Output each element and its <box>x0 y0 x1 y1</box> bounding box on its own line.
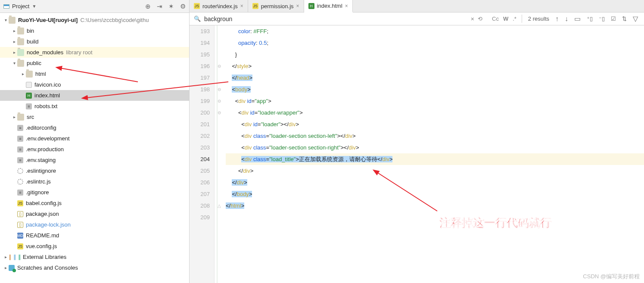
fold-strip[interactable]: ⊖ ⊖⊖⊖ △ <box>215 25 224 283</box>
tree-item[interactable]: ▸JSbabel.config.js <box>0 198 189 208</box>
clear-search-icon[interactable]: × <box>471 16 474 22</box>
annotation-text: 注释掉这一行代码就行 <box>439 215 551 230</box>
tree-item[interactable]: ▸JSvue.config.js <box>0 241 189 252</box>
tree-item[interactable]: ▸bin <box>0 25 189 36</box>
project-title[interactable]: Project <box>12 3 29 9</box>
gear-icon[interactable]: ⚙ <box>180 3 186 10</box>
tree-item[interactable]: ▸≡.env.development <box>0 133 189 144</box>
select-all-icon[interactable]: ▭ <box>574 15 581 23</box>
watermark: CSDN @编写美好前程 <box>583 273 640 280</box>
tree-item[interactable]: ▸.eslintrc.js <box>0 176 189 187</box>
tree-item[interactable]: ▸node_moduleslibrary root <box>0 47 189 58</box>
tree-item[interactable]: ▸MDREADME.md <box>0 230 189 241</box>
project-toolbar: ⊕ ⇥ ✶ ⚙ <box>145 3 186 10</box>
add-selection-icon[interactable]: ⁺▯ <box>587 16 593 22</box>
tree-item[interactable]: ▸≡.env.staging <box>0 155 189 165</box>
whole-word-toggle[interactable]: W <box>503 16 508 22</box>
tree-item[interactable]: ▸src <box>0 112 189 122</box>
editor-tab[interactable]: Hindex.html× <box>304 0 353 12</box>
tree-item[interactable]: ▸≡.editorconfig <box>0 122 189 133</box>
search-results-count: 2 results <box>528 16 549 22</box>
tree-item[interactable]: ▾public <box>0 58 189 68</box>
code-content[interactable]: color: #FFF; opacity: 0.5; } </style> </… <box>224 25 644 283</box>
tree-item[interactable]: ▸≡.env.production <box>0 144 189 155</box>
filter-icon[interactable]: ▽ <box>633 15 638 23</box>
editor-tab[interactable]: JSrouter\index.js× <box>190 0 248 12</box>
editor-area: JSrouter\index.js×JSpermission.js×Hindex… <box>190 0 644 283</box>
close-tab-icon[interactable]: × <box>296 3 299 9</box>
project-tree[interactable]: ▾RuoYi-Vue-UI [ruoyi-ui]C:\Users\zccbbg\… <box>0 13 189 283</box>
external-libraries[interactable]: ▸∥∥∥ External Libraries <box>0 252 189 262</box>
editor-tab[interactable]: JSpermission.js× <box>248 0 304 12</box>
target-icon[interactable]: ⊕ <box>145 3 151 10</box>
expand-icon[interactable]: ⇥ <box>157 3 162 10</box>
search-history-icon[interactable]: ⟲ <box>478 16 482 22</box>
tree-item[interactable]: ▸≡.gitignore <box>0 187 189 198</box>
next-match-icon[interactable]: ↓ <box>565 15 568 23</box>
tree-item[interactable]: ▸≡robots.txt <box>0 101 189 112</box>
scratches-consoles[interactable]: ▸Scratches and Consoles <box>0 262 189 273</box>
tree-item[interactable]: ▸{}package-lock.json <box>0 219 189 230</box>
search-icon: 🔍 <box>194 16 201 22</box>
editor-tabs: JSrouter\index.js×JSpermission.js×Hindex… <box>190 0 644 12</box>
sort-icon[interactable]: ⇅ <box>622 16 627 22</box>
tree-item[interactable]: ▸html <box>0 68 189 79</box>
close-tab-icon[interactable]: × <box>240 3 243 9</box>
project-panel-header: Project ▼ ⊕ ⇥ ✶ ⚙ <box>0 0 189 13</box>
project-icon <box>3 4 9 9</box>
tree-item[interactable]: ▸Hindex.html <box>0 90 189 101</box>
close-tab-icon[interactable]: × <box>345 3 348 9</box>
match-case-toggle[interactable]: Cc <box>492 16 499 22</box>
remove-selection-icon[interactable]: ⁻▯ <box>599 16 605 22</box>
regex-toggle[interactable]: .* <box>513 16 516 22</box>
tree-item[interactable]: ▸build <box>0 36 189 47</box>
collapse-icon[interactable]: ✶ <box>168 3 174 10</box>
code-editor[interactable]: 1931941951961971981992002012022032042052… <box>190 25 644 283</box>
tree-item[interactable]: ▸favicon.ico <box>0 79 189 90</box>
project-panel: Project ▼ ⊕ ⇥ ✶ ⚙ ▾RuoYi-Vue-UI [ruoyi-u… <box>0 0 190 283</box>
chevron-down-icon[interactable]: ▼ <box>32 4 36 9</box>
toggle-selection-icon[interactable]: ☑ <box>611 16 616 22</box>
tree-item[interactable]: ▸{}package.json <box>0 208 189 219</box>
search-input[interactable] <box>204 16 467 22</box>
prev-match-icon[interactable]: ↑ <box>555 15 559 23</box>
line-gutter: 1931941951961971981992002012022032042052… <box>190 25 215 283</box>
tree-root[interactable]: ▾RuoYi-Vue-UI [ruoyi-ui]C:\Users\zccbbg\… <box>0 15 189 25</box>
tree-item[interactable]: ▸.eslintignore <box>0 165 189 176</box>
find-bar: 🔍 × ⟲ Cc W .* 2 results ↑ ↓ ▭ ⁺▯ ⁻▯ ☑ ⇅ … <box>190 12 644 25</box>
